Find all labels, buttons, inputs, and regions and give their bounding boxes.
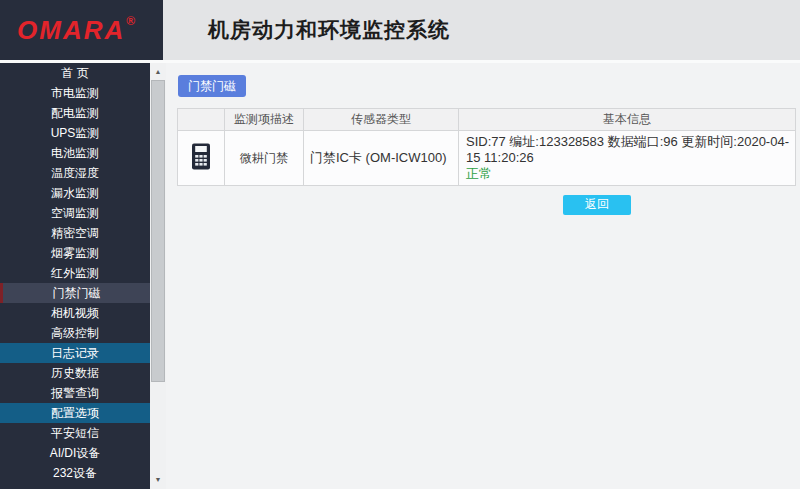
table-header-type: 传感器类型 bbox=[304, 109, 459, 131]
sidebar-item-aircon-monitor[interactable]: 空调监测 bbox=[0, 203, 150, 223]
table-header-icon bbox=[178, 109, 225, 131]
table-header-row: 监测项描述 传感器类型 基本信息 bbox=[178, 109, 796, 131]
scroll-up-icon[interactable]: ▲ bbox=[150, 64, 166, 80]
app-header: OMARA ® 机房动力和环境监控系统 bbox=[0, 0, 800, 63]
app-body: 首 页 市电监测 配电监测 UPS监测 电池监测 温度湿度 漏水监测 空调监测 … bbox=[0, 63, 800, 489]
app-window: OMARA ® 机房动力和环境监控系统 首 页 市电监测 配电监测 UPS监测 … bbox=[0, 0, 800, 489]
basic-info-line: SID:77 编址:123328583 数据端口:96 更新时间:2020-04… bbox=[466, 134, 791, 166]
sidebar-item-232-devices[interactable]: 232设备 bbox=[0, 463, 150, 483]
table-row: 微耕门禁 门禁IC卡 (OM-ICW100) SID:77 编址:1233285… bbox=[178, 131, 796, 186]
device-icon-cell bbox=[178, 131, 225, 186]
main-content: 门禁门磁 监测项描述 传感器类型 基本信息 bbox=[166, 63, 800, 489]
table-header-info: 基本信息 bbox=[459, 109, 796, 131]
sidebar-item-alarm-query[interactable]: 报警查询 bbox=[0, 383, 150, 403]
sidebar-item-history-data[interactable]: 历史数据 bbox=[0, 363, 150, 383]
sensor-type-cell: 门禁IC卡 (OM-ICW100) bbox=[304, 131, 459, 186]
sidebar-item-smoke-monitor[interactable]: 烟雾监测 bbox=[0, 243, 150, 263]
sidebar-item-precision-aircon[interactable]: 精密空调 bbox=[0, 223, 150, 243]
sidebar-item-battery-monitor[interactable]: 电池监测 bbox=[0, 143, 150, 163]
card-reader-icon bbox=[191, 143, 211, 170]
sidebar-item-config-options[interactable]: 配置选项 bbox=[0, 403, 150, 423]
sidebar-item-safety-sms[interactable]: 平安短信 bbox=[0, 423, 150, 443]
door-access-section-button[interactable]: 门禁门磁 bbox=[178, 75, 246, 97]
logo-block: OMARA ® bbox=[0, 0, 163, 60]
sidebar-item-ai-di-devices[interactable]: AI/DI设备 bbox=[0, 443, 150, 463]
monitor-desc-cell: 微耕门禁 bbox=[225, 131, 304, 186]
sidebar-item-mains-monitor[interactable]: 市电监测 bbox=[0, 83, 150, 103]
omara-logo: OMARA bbox=[17, 15, 125, 46]
sidebar-item-temp-humidity[interactable]: 温度湿度 bbox=[0, 163, 150, 183]
sidebar-item-water-leak-monitor[interactable]: 漏水监测 bbox=[0, 183, 150, 203]
sidebar-item-power-dist-monitor[interactable]: 配电监测 bbox=[0, 103, 150, 123]
sidebar-item-advanced-control[interactable]: 高级控制 bbox=[0, 323, 150, 343]
registered-trademark-icon: ® bbox=[126, 14, 135, 28]
scroll-down-icon[interactable]: ▼ bbox=[150, 472, 166, 488]
sidebar-item-home[interactable]: 首 页 bbox=[0, 63, 150, 83]
back-button[interactable]: 返回 bbox=[563, 195, 631, 215]
status-badge: 正常 bbox=[466, 166, 791, 182]
back-button-row: 返回 bbox=[166, 194, 800, 215]
sensor-table: 监测项描述 传感器类型 基本信息 bbox=[177, 108, 796, 186]
table-header-desc: 监测项描述 bbox=[225, 109, 304, 131]
sidebar-item-log-records[interactable]: 日志记录 bbox=[0, 343, 150, 363]
header-title-area: 机房动力和环境监控系统 bbox=[163, 0, 800, 60]
basic-info-cell: SID:77 编址:123328583 数据端口:96 更新时间:2020-04… bbox=[459, 131, 796, 186]
sidebar-item-door-access[interactable]: 门禁门磁 bbox=[0, 283, 150, 303]
scrollbar-thumb[interactable] bbox=[151, 80, 165, 382]
sidebar-item-infrared-monitor[interactable]: 红外监测 bbox=[0, 263, 150, 283]
sidebar-scrollbar[interactable]: ▲ ▼ bbox=[150, 63, 166, 489]
page-title: 机房动力和环境监控系统 bbox=[208, 16, 450, 44]
sidebar-item-ups-monitor[interactable]: UPS监测 bbox=[0, 123, 150, 143]
sidebar-menu: 首 页 市电监测 配电监测 UPS监测 电池监测 温度湿度 漏水监测 空调监测 … bbox=[0, 63, 150, 489]
sidebar-item-camera-video[interactable]: 相机视频 bbox=[0, 303, 150, 323]
